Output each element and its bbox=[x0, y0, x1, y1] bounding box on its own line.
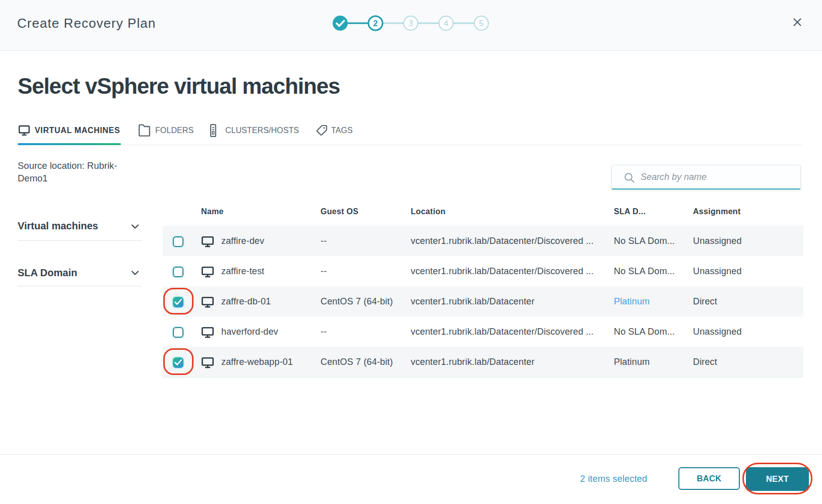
svg-text:5: 5 bbox=[479, 19, 484, 28]
svg-text:2: 2 bbox=[373, 19, 378, 28]
svg-text:4: 4 bbox=[444, 19, 449, 28]
svg-text:3: 3 bbox=[409, 19, 413, 28]
